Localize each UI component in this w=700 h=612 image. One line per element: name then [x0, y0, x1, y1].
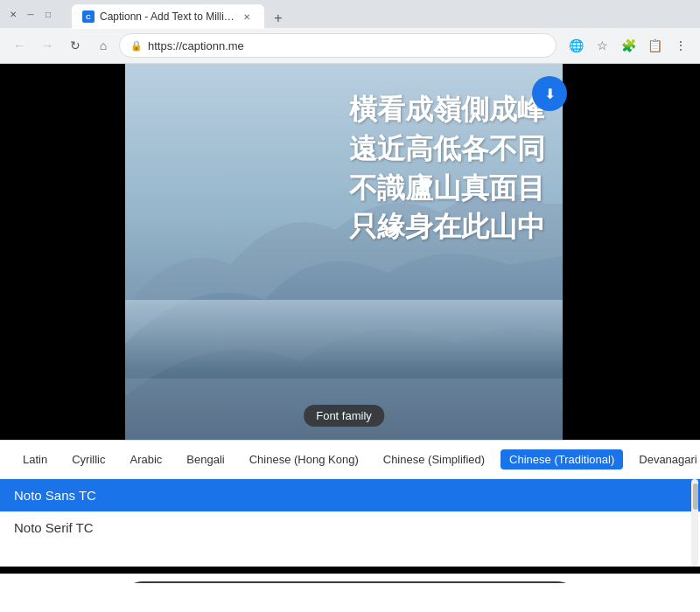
page-content: 橫看成嶺側成峰 遠近高低各不同 不識廬山真面目 只緣身在此山中 Font fam… — [0, 64, 700, 583]
bottom-toolbar: ✏ T T² ☰ B I A ◈ ▭ ▱ ▷ ☰ ☰ ☰ Text Image — [0, 574, 700, 583]
url-text: https://captionn.me — [148, 39, 244, 52]
svg-rect-1 — [125, 300, 563, 370]
font-item-noto-serif-tc[interactable]: Noto Serif TC — [0, 511, 700, 544]
poem-line-3: 不識廬山真面目 — [349, 169, 545, 208]
chinese-poem-text: 橫看成嶺側成峰 遠近高低各不同 不識廬山真面目 只緣身在此山中 — [349, 90, 545, 247]
font-categories: Latin Cyrillic Arabic Bengali Chinese (H… — [0, 441, 700, 479]
home-button[interactable]: ⌂ — [91, 33, 116, 58]
url-bar[interactable]: 🔒 https://captionn.me — [119, 33, 556, 58]
image-canvas: 橫看成嶺側成峰 遠近高低各不同 不識廬山真面目 只緣身在此山中 Font fam… — [125, 64, 563, 440]
browser-toolbar-icons: 🌐 ☆ 🧩 📋 ⋮ — [564, 33, 693, 58]
translate-icon-button[interactable]: 🌐 — [564, 33, 588, 58]
poem-line-1: 橫看成嶺側成峰 — [349, 90, 545, 129]
active-tab[interactable]: C Captionn - Add Text to Million ✕ — [72, 4, 264, 29]
font-list-scrollbar-thumb[interactable] — [693, 483, 698, 510]
tab-favicon: C — [82, 10, 94, 23]
tab-bar: C Captionn - Add Text to Million ✕ + — [65, 0, 296, 29]
font-item-noto-sans-tc[interactable]: Noto Sans TC — [0, 479, 700, 511]
font-list[interactable]: Noto Sans TC Noto Serif TC — [0, 479, 700, 567]
font-cat-chinese-hk[interactable]: Chinese (Hong Kong) — [241, 449, 368, 469]
lock-icon: 🔒 — [130, 40, 143, 52]
profile-icon-button[interactable]: 📋 — [642, 33, 667, 58]
font-list-scrollbar[interactable] — [691, 479, 698, 567]
editing-toolbar-row: ✏ T T² ☰ B I A ◈ ▭ ▱ ▷ ☰ ☰ ☰ — [124, 581, 576, 583]
tab-close-button[interactable]: ✕ — [240, 10, 254, 24]
font-cat-bengali[interactable]: Bengali — [178, 449, 233, 469]
bookmark-icon-button[interactable]: ☆ — [590, 33, 614, 58]
black-left-panel — [0, 64, 125, 440]
title-bar: ✕ ─ □ C Captionn - Add Text to Million ✕… — [0, 0, 700, 28]
poem-line-4: 只緣身在此山中 — [349, 207, 545, 247]
font-cat-latin[interactable]: Latin — [14, 449, 56, 469]
font-cat-devanagari[interactable]: Devanagari — [630, 449, 700, 469]
tab-title: Captionn - Add Text to Million — [100, 10, 234, 23]
font-cat-chinese-traditional[interactable]: Chinese (Traditional) — [500, 449, 623, 469]
forward-button[interactable]: → — [35, 33, 60, 58]
address-bar: ← → ↻ ⌂ 🔒 https://captionn.me 🌐 ☆ 🧩 📋 ⋮ — [0, 28, 700, 63]
font-cat-arabic[interactable]: Arabic — [121, 449, 171, 469]
download-button[interactable]: ⬇ — [532, 76, 567, 111]
extensions-icon-button[interactable]: 🧩 — [616, 33, 640, 58]
font-cat-chinese-simplified[interactable]: Chinese (Simplified) — [374, 449, 494, 469]
download-icon: ⬇ — [544, 86, 556, 102]
font-panel: Latin Cyrillic Arabic Bengali Chinese (H… — [0, 440, 700, 567]
new-tab-button[interactable]: + — [268, 8, 289, 29]
window-controls: ✕ ─ □ — [7, 8, 54, 20]
poem-line-2: 遠近高低各不同 — [349, 129, 545, 169]
menu-icon-button[interactable]: ⋮ — [668, 33, 693, 58]
black-right-panel — [575, 64, 700, 440]
font-family-tooltip: Font family — [304, 405, 384, 427]
close-window-button[interactable]: ✕ — [7, 8, 19, 20]
font-cat-cyrillic[interactable]: Cyrillic — [63, 449, 114, 469]
maximize-window-button[interactable]: □ — [42, 8, 54, 20]
refresh-button[interactable]: ↻ — [63, 33, 88, 58]
back-button[interactable]: ← — [7, 33, 32, 58]
browser-chrome: ✕ ─ □ C Captionn - Add Text to Million ✕… — [0, 0, 700, 64]
minimize-window-button[interactable]: ─ — [24, 8, 37, 20]
